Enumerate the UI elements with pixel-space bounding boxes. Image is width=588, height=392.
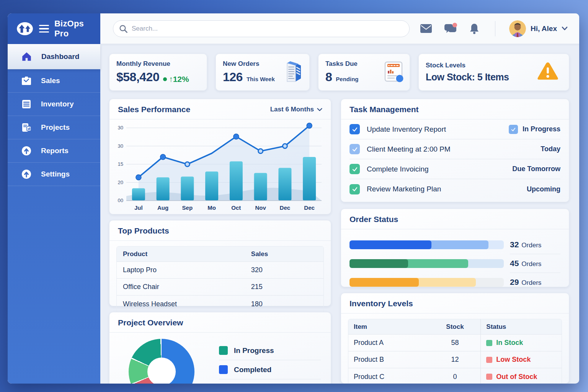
- task-status: Upcoming: [527, 185, 560, 193]
- order-count: 32: [510, 240, 519, 249]
- search-icon: [119, 24, 128, 35]
- sidebar-item-sales[interactable]: Sales: [8, 69, 100, 93]
- task-management-card: Task Management Update Inventory Report …: [341, 99, 569, 202]
- task-row: Update Inventory Report In Progress: [350, 119, 560, 139]
- order-count: 29: [510, 278, 519, 287]
- order-unit: Orders: [521, 242, 541, 249]
- item-name: Product A: [348, 335, 430, 350]
- sidebar-item-label: Sales: [41, 77, 60, 85]
- svg-text:30: 30: [118, 125, 123, 131]
- svg-text:30: 30: [118, 143, 123, 149]
- kpi-caption: Pending: [336, 76, 358, 82]
- task-status: In Progress: [509, 125, 560, 134]
- legend-item: On Hold: [219, 379, 321, 384]
- task-label: Review Marketing Plan: [367, 185, 441, 193]
- circle-arrow-up-icon: [21, 169, 31, 179]
- avatar: [509, 20, 526, 37]
- order-count: 45: [510, 259, 519, 268]
- sidebar-item-label: Dashboard: [41, 52, 79, 61]
- checkbox-checked[interactable]: [350, 184, 360, 194]
- card-title: Order Status: [350, 215, 398, 224]
- status-badge: Out of Stock: [496, 373, 537, 381]
- task-label: Complete Invoicing: [367, 165, 429, 173]
- card-title: Task Management: [350, 105, 419, 114]
- svg-text:20: 20: [118, 180, 123, 185]
- home-icon: [21, 52, 32, 61]
- svg-text:15: 15: [118, 161, 123, 167]
- sidebar-item-inventory[interactable]: Inventory: [8, 93, 100, 116]
- card-title: Project Overview: [118, 318, 183, 327]
- inventory-levels-card: Inventory Levels Item Stock Status Produ…: [341, 293, 569, 384]
- sales-performance-card: Sales Performance Last 6 Months 30301520…: [109, 99, 331, 214]
- svg-text:Oct: Oct: [231, 204, 241, 211]
- green-dot-icon: [163, 77, 167, 81]
- mail-icon[interactable]: [420, 24, 432, 33]
- svg-text:Dec: Dec: [280, 204, 291, 211]
- order-status-chart: 32Orders 45Orders 29Orders: [341, 229, 569, 297]
- desktop-background: BizOps Pro Dashboard Sales Inventory: [0, 0, 588, 392]
- column-header: Product: [117, 247, 245, 261]
- checkbox-checked[interactable]: [350, 124, 360, 134]
- table-row: Laptop Pro 320: [117, 262, 323, 279]
- warning-triangle-icon: [536, 61, 560, 84]
- order-status-row: 32Orders: [350, 235, 560, 254]
- notification-dot: [452, 23, 457, 27]
- briefcase-icon: [21, 76, 31, 85]
- user-menu[interactable]: Hi, Alex: [509, 20, 568, 37]
- item-name: Product B: [348, 352, 430, 367]
- sidebar-item-reports[interactable]: Reports: [8, 139, 100, 163]
- task-label: Update Inventory Report: [367, 125, 446, 134]
- task-row: Client Meeting at 2:00 PM Today: [350, 139, 560, 159]
- sidebar-item-label: Reports: [41, 147, 69, 155]
- top-products-card: Top Products Product Sales Laptop Pro 32…: [109, 220, 331, 306]
- checkbox-checked[interactable]: [350, 164, 360, 174]
- search-input[interactable]: [113, 20, 410, 37]
- kpi-title: Monthly Revenue: [116, 60, 200, 68]
- product-sales: 320: [245, 263, 323, 278]
- item-stock: 58: [430, 335, 481, 350]
- item-name: Product C: [348, 369, 430, 384]
- kpi-caption: This Week: [247, 76, 275, 82]
- divider: [495, 21, 495, 36]
- project-donut-chart: [129, 339, 194, 384]
- kpi-value: 8: [325, 70, 332, 84]
- app-window: BizOps Pro Dashboard Sales Inventory: [8, 13, 579, 384]
- kpi-monthly-revenue: Monthly Revenue $58,420 ↑12%: [109, 54, 207, 91]
- kpi-value: $58,420: [116, 70, 159, 84]
- status-swatch: [486, 374, 492, 380]
- product-name: Laptop Pro: [117, 263, 245, 278]
- brand: BizOps Pro: [8, 13, 100, 44]
- sidebar-item-label: Settings: [41, 170, 70, 178]
- status-badge: In Stock: [496, 339, 523, 347]
- kpi-value: 126: [223, 70, 243, 84]
- menu-icon[interactable]: [39, 25, 49, 33]
- sidebar-item-label: Inventory: [41, 100, 74, 108]
- clipboard-report-icon: [383, 60, 404, 84]
- range-dropdown[interactable]: Last 6 Months: [270, 106, 322, 113]
- table-row: Office Chair 215: [117, 279, 323, 296]
- table-row: Product C 0 Out of Stock: [348, 368, 562, 384]
- task-status: Today: [541, 145, 560, 153]
- kpi-stock-levels: Stock Levels Low Stock: 5 Items: [418, 54, 569, 91]
- svg-text:Mo: Mo: [207, 204, 216, 211]
- chat-icon[interactable]: [444, 23, 457, 35]
- task-row: Review Marketing Plan Upcoming: [350, 179, 560, 199]
- task-status: Due Tomorrow: [512, 165, 560, 173]
- sidebar-item-projects[interactable]: Projects: [8, 116, 100, 139]
- legend-swatch: [219, 365, 228, 374]
- column-header: Stock: [430, 320, 481, 334]
- bell-icon[interactable]: [469, 23, 480, 34]
- main-content: Monthly Revenue $58,420 ↑12% New Orders …: [100, 44, 579, 384]
- project-doc-icon: [21, 123, 31, 132]
- table-row: Product B 12 Low Stock: [348, 351, 562, 368]
- svg-text:Aug: Aug: [157, 204, 168, 211]
- table-header-row: Item Stock Status: [348, 319, 562, 335]
- checkbox-checked[interactable]: [350, 144, 360, 154]
- table-header-row: Product Sales: [117, 247, 323, 262]
- svg-text:Dec: Dec: [304, 204, 315, 211]
- sidebar-item-dashboard[interactable]: Dashboard: [8, 44, 100, 69]
- checkbox-checked[interactable]: [509, 125, 518, 134]
- sidebar-item-settings[interactable]: Settings: [8, 163, 100, 186]
- chevron-down-icon: [317, 108, 322, 111]
- chevron-down-icon: [562, 26, 568, 31]
